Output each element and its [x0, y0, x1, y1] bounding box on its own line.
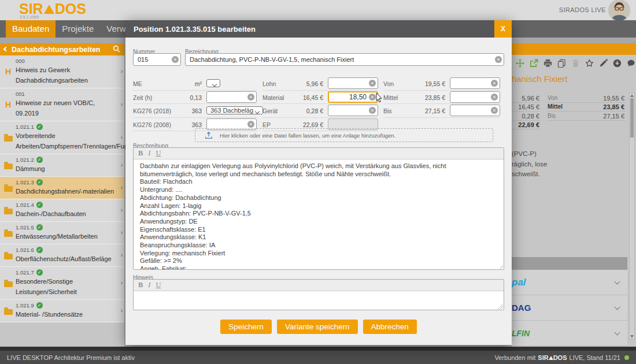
kg2018-label: KG276 (2018): [133, 107, 171, 114]
vendor-accordion: pal DAG LFIN: [512, 270, 627, 346]
sidebar-item-1-021-9[interactable]: 1.021.9 Material- /Stundensätze: [0, 300, 124, 322]
scroll-thumb[interactable]: [630, 98, 634, 138]
user-label: SIRADOS LIVE: [559, 6, 606, 13]
clear-icon[interactable]: [491, 107, 498, 114]
check-icon: [36, 302, 43, 309]
speichern-button[interactable]: Speichern: [220, 320, 272, 334]
print-icon[interactable]: [543, 59, 552, 70]
vendor-row-dag[interactable]: DAG: [512, 295, 627, 321]
row-kg276-2018: KG276 (2018) 363 363 Dachbeläg: [133, 104, 257, 118]
sidebar-item-1-021-6[interactable]: 1.021.6 Oberflächenschutz/Auflast/Beläge: [0, 244, 124, 267]
abbrechen-button[interactable]: Abbrechen: [363, 320, 417, 334]
move-icon[interactable]: [516, 59, 524, 70]
modal-body: Nummer Bezeichnung ME m² Zeit (h) 0,13 K…: [125, 38, 512, 345]
scroll-down-icon[interactable]: [630, 335, 634, 338]
item-code: 1.021.7: [16, 269, 34, 276]
vendor-logo: LFIN: [512, 329, 530, 338]
underline-button[interactable]: U: [156, 281, 161, 289]
sidebar-item-001[interactable]: H 001 Hinweise zur neuen VOB/C, 09.2019: [0, 88, 124, 121]
edit-position-modal: Position 1.021.3.35.015 bearbeiten X Num…: [125, 20, 512, 345]
beschreibung-editor[interactable]: B I U Dachbahn zur einlagigen Verlegung …: [133, 147, 504, 270]
folder-icon: [4, 254, 13, 259]
download-icon[interactable]: [613, 59, 622, 70]
hinweis-editor[interactable]: B I U: [133, 279, 504, 310]
von-label: Von: [383, 80, 394, 87]
mittel-label: Mittel: [548, 103, 563, 110]
scrollbar[interactable]: [629, 92, 635, 340]
logo-triangle-icon: [44, 5, 54, 14]
clear-icon[interactable]: [369, 107, 376, 114]
footer-divider: [0, 347, 636, 351]
trash-icon[interactable]: [571, 59, 580, 70]
top-bar: SIRDOS 3.5.1.1069 SIRADOS LIVE: [0, 0, 636, 20]
bezeichnung-input[interactable]: [185, 53, 504, 66]
comment-icon[interactable]: [627, 59, 635, 70]
row-bis: Bis 27,15 €: [383, 104, 500, 118]
detail-panel: hanisch Fixiert 5,96 € 16,45 € 0,28 € 22…: [512, 43, 636, 347]
clear-icon[interactable]: [247, 94, 254, 101]
sidebar-item-1-021-7[interactable]: 1.021.7 Besondere/Sonstige Leistungen/Si…: [0, 267, 124, 300]
bold-button[interactable]: B: [138, 281, 143, 289]
beschreibung-text[interactable]: Dachbahn zur einlagigen Verlegung aus Po…: [134, 159, 504, 269]
bis-label: Bis: [548, 113, 556, 120]
clear-icon[interactable]: [369, 80, 376, 87]
vendor-row-lfin[interactable]: LFIN: [512, 321, 627, 346]
sidebar-item-1-021-3-selected[interactable]: 1.021.3 Dachdichtungsbahnen/-materialien: [0, 177, 124, 199]
variante-speichern-button[interactable]: Variante speichern: [277, 320, 358, 334]
italic-button[interactable]: I: [148, 281, 150, 289]
logo-text-post: DOS: [55, 0, 86, 17]
check-icon: [36, 269, 43, 276]
row-mittel: Mittel 23,85 €: [383, 91, 500, 105]
clear-icon[interactable]: [369, 94, 376, 101]
resize-handle[interactable]: [498, 304, 503, 309]
bold-button[interactable]: B: [138, 150, 143, 157]
me-select[interactable]: [206, 79, 220, 87]
sidebar-search-icon[interactable]: [113, 45, 120, 54]
chevron-right-icon: [121, 68, 123, 75]
clear-icon[interactable]: [491, 80, 498, 87]
row-geraet: Gerät 0,28 €: [262, 104, 378, 118]
folder-icon: [4, 231, 13, 237]
clear-icon[interactable]: [491, 94, 498, 101]
clear-icon[interactable]: [247, 121, 254, 128]
sidebar-item-1-021-5[interactable]: 1.021.5 Entwässerung/Metallarbeiten: [0, 222, 124, 244]
clear-icon[interactable]: [495, 56, 502, 63]
attachment-dropzone[interactable]: Hier klicken oder eine Datei fallen lass…: [195, 128, 493, 142]
connection-suffix: LIVE, Stand 11/21: [570, 354, 620, 361]
sidebar-item-1-021-2[interactable]: 1.021.2 Dämmung: [0, 154, 124, 177]
star-icon[interactable]: [585, 59, 594, 70]
vendor-logo: pal: [512, 277, 526, 288]
nummer-field: [133, 53, 181, 66]
avatar[interactable]: [609, 0, 630, 21]
sidebar-item-000[interactable]: H 000 Hinweis zu Gewerk Dachabdichtungsa…: [0, 55, 124, 88]
chevron-down-icon: [615, 304, 620, 310]
scroll-up-icon[interactable]: [630, 94, 634, 97]
chevron-right-icon: [121, 184, 123, 191]
underline-button[interactable]: U: [156, 150, 161, 157]
check-icon: [36, 224, 43, 231]
hint-icon: H: [2, 100, 14, 109]
external-link-icon[interactable]: [530, 59, 538, 70]
sidebar-item-1-021-4[interactable]: 1.021.4 Dachein-/Dachaufbauten: [0, 199, 124, 222]
italic-button[interactable]: I: [148, 150, 150, 157]
check-icon: [36, 157, 43, 163]
hint-icon: H: [2, 67, 14, 76]
tab-projekte[interactable]: Projekte: [56, 20, 100, 38]
clear-icon[interactable]: [172, 56, 179, 63]
sidebar-header: Dachabdichtungsarbeiten: [0, 43, 124, 55]
pencil-icon[interactable]: [599, 59, 608, 70]
close-button[interactable]: X: [494, 20, 512, 38]
geraet-value: 0,28 €: [306, 107, 323, 114]
back-chevron-icon[interactable]: [3, 47, 8, 51]
vendor-logo: DAG: [512, 303, 531, 313]
kg2018-select[interactable]: 363 Dachbeläg: [206, 106, 263, 114]
material-value: 16,45 €: [303, 94, 323, 101]
sidebar-item-1-021-1[interactable]: 1.021.1 Vorbereitende Arbeiten/Dampfsper…: [0, 121, 124, 154]
tab-baudaten[interactable]: Baudaten: [6, 20, 56, 38]
vendor-row-pal[interactable]: pal: [512, 270, 627, 295]
copy-icon[interactable]: [557, 59, 566, 70]
hinweis-text[interactable]: [134, 291, 504, 310]
connection-prefix: Verbunden mit: [494, 354, 535, 361]
resize-handle[interactable]: [498, 263, 503, 269]
item-label: Dachdichtungsbahnen/-materialien: [16, 188, 114, 195]
